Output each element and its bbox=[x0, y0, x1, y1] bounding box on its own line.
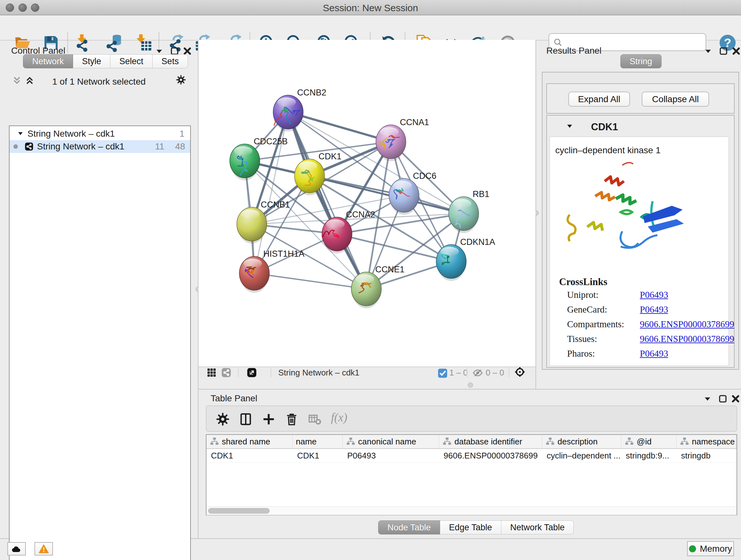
warning-status-button[interactable] bbox=[35, 542, 53, 556]
column-header-database-identifier[interactable]: database identifier bbox=[439, 435, 542, 448]
network-node-CDKN1A[interactable]: CDKN1A bbox=[436, 237, 495, 281]
table-gear-icon[interactable] bbox=[215, 412, 230, 427]
network-canvas[interactable]: CCNB2CCNA1CDC25BCDK1CDC6RB1CCNB1CCNA2CDK… bbox=[199, 40, 536, 367]
table-cell[interactable]: 9606.ENSP00000378699 bbox=[439, 449, 542, 462]
grid-view-icon[interactable] bbox=[206, 367, 217, 378]
crosslink-label: Tissues: bbox=[567, 334, 597, 344]
edge-count: 48 bbox=[175, 141, 185, 152]
protein-structure-image bbox=[557, 150, 684, 260]
crosslink-genecard[interactable]: P06493 bbox=[640, 304, 668, 315]
table-row[interactable]: CDK1CDK1P064939606.ENSP00000378699cyclin… bbox=[206, 449, 737, 462]
network-node-CCNB2[interactable]: CCNB2 bbox=[273, 88, 327, 132]
column-header-description[interactable]: description bbox=[542, 435, 621, 448]
section-node-name: CDK1 bbox=[591, 121, 618, 133]
network-row-selected[interactable]: String Network – cdk1 11 48 bbox=[10, 140, 190, 153]
selected-counts: 1 – 0 bbox=[449, 368, 468, 378]
hscrollbar-thumb[interactable] bbox=[208, 508, 270, 514]
tree-expand-icon[interactable] bbox=[17, 130, 24, 138]
table-toolbar: f(x) bbox=[206, 406, 737, 432]
network-tree: String Network – cdk1 1 String Network –… bbox=[9, 125, 191, 560]
network-node-RB1[interactable]: RB1 bbox=[449, 189, 489, 233]
selected-checkbox-icon[interactable] bbox=[437, 368, 446, 377]
maximize-panel-icon[interactable] bbox=[718, 393, 728, 404]
crosslink-row: Compartments:9606.ENSP00000378699 bbox=[567, 319, 624, 329]
crosslink-row: Tissues:9606.ENSP00000378699 bbox=[567, 334, 597, 344]
tab-edge-table[interactable]: Edge Table bbox=[440, 520, 501, 535]
string-app-icon bbox=[24, 142, 34, 151]
table-panel-title: Table Panel bbox=[211, 393, 257, 403]
network-edge bbox=[310, 176, 464, 213]
function-builder-icon: f(x) bbox=[331, 411, 347, 424]
network-edge bbox=[254, 273, 366, 289]
float-panel-icon[interactable] bbox=[703, 46, 714, 57]
column-header-canonical-name[interactable]: canonical name bbox=[343, 435, 439, 448]
network-graph[interactable]: CCNB2CCNA1CDC25BCDK1CDC6RB1CCNB1CCNA2CDK… bbox=[199, 40, 536, 367]
table-cell[interactable]: P06493 bbox=[343, 449, 439, 462]
toolbar-separator bbox=[271, 368, 271, 377]
toolbar-separator bbox=[509, 368, 509, 377]
collapse-all-button[interactable]: Collapse All bbox=[642, 91, 709, 107]
network-node-CDC6[interactable]: CDC6 bbox=[389, 171, 436, 215]
network-node-CCNE1[interactable]: CCNE1 bbox=[351, 265, 405, 308]
network-node-CCNA1[interactable]: CCNA1 bbox=[376, 118, 429, 161]
gear-icon[interactable] bbox=[176, 74, 186, 85]
close-panel-icon[interactable] bbox=[731, 46, 741, 57]
section-collapse-icon[interactable] bbox=[565, 122, 574, 131]
tab-sets[interactable]: Sets bbox=[152, 54, 188, 68]
tab-network[interactable]: Network bbox=[23, 54, 73, 68]
column-header-id[interactable]: @id bbox=[621, 435, 677, 448]
crosslink-label: Pharos: bbox=[567, 348, 595, 359]
cloud-status-button[interactable] bbox=[7, 542, 26, 556]
crosslink-label: Uniprot: bbox=[567, 290, 598, 300]
table-cell[interactable]: CDK1 bbox=[206, 449, 293, 462]
show-columns-icon[interactable] bbox=[239, 412, 253, 427]
expand-all-button[interactable]: Expand All bbox=[568, 91, 630, 107]
main-toolbar: ? bbox=[0, 15, 741, 41]
expand-all-tree-icon[interactable] bbox=[11, 75, 22, 86]
tab-select[interactable]: Select bbox=[111, 54, 152, 68]
delete-table-icon[interactable] bbox=[307, 412, 322, 427]
collapse-all-tree-icon[interactable] bbox=[24, 75, 35, 86]
add-column-icon[interactable] bbox=[261, 412, 276, 427]
crosslink-tissues[interactable]: 9606.ENSP00000378699 bbox=[640, 334, 734, 344]
toolbar-separator bbox=[238, 368, 239, 377]
column-header-namespace[interactable]: namespace bbox=[677, 435, 736, 448]
tab-style[interactable]: Style bbox=[73, 54, 111, 68]
tab-string[interactable]: String bbox=[620, 54, 662, 68]
title-bar: Session: New Session bbox=[0, 0, 741, 15]
delete-column-icon[interactable] bbox=[284, 412, 299, 427]
table-cell[interactable]: cyclin–dependent ... bbox=[542, 449, 621, 462]
network-collection-row[interactable]: String Network – cdk1 1 bbox=[10, 127, 190, 140]
column-header-shared-name[interactable]: shared name bbox=[206, 435, 293, 448]
birds-eye-toggle-icon[interactable] bbox=[515, 367, 527, 379]
node-label: CDC25B bbox=[254, 137, 288, 146]
crosslink-uniprot[interactable]: P06493 bbox=[640, 290, 668, 300]
tab-network-table[interactable]: Network Table bbox=[501, 520, 574, 535]
network-node-CCNB1[interactable]: CCNB1 bbox=[237, 200, 290, 244]
cloud-icon bbox=[11, 545, 22, 553]
network-selector-summary: 1 of 1 Network selected bbox=[35, 77, 163, 87]
maximize-panel-icon[interactable] bbox=[718, 46, 729, 57]
table-hscrollbar[interactable] bbox=[206, 506, 737, 515]
table-cell[interactable]: CDK1 bbox=[293, 449, 343, 462]
node-label: CDK1 bbox=[319, 152, 341, 161]
table-cell[interactable]: stringdb:9... bbox=[621, 449, 677, 462]
splitter-handle[interactable] bbox=[468, 382, 473, 388]
network-node-CDC25B[interactable]: CDC25B bbox=[230, 137, 288, 180]
tab-node-table[interactable]: Node Table bbox=[378, 520, 440, 535]
float-panel-icon[interactable] bbox=[702, 393, 713, 404]
network-edge bbox=[288, 112, 391, 142]
network-node-CDK1[interactable]: CDK1 bbox=[294, 152, 341, 195]
crosslink-compartments[interactable]: 9606.ENSP00000378699 bbox=[640, 319, 734, 329]
close-panel-icon[interactable] bbox=[730, 393, 741, 404]
network-overview-icon[interactable] bbox=[221, 367, 232, 378]
table-cell[interactable]: stringdb bbox=[677, 449, 736, 462]
network-label: String Network – cdk1 bbox=[37, 141, 125, 152]
network-node-HIST1H1A[interactable]: HIST1H1A bbox=[239, 249, 305, 293]
detach-view-icon[interactable] bbox=[246, 367, 257, 378]
memory-button[interactable]: Memory bbox=[687, 541, 734, 556]
node-label: CDKN1A bbox=[460, 237, 495, 247]
crosslink-pharos[interactable]: P06493 bbox=[640, 348, 668, 359]
cytoscape-window: Session: New Session bbox=[0, 0, 741, 560]
column-header-name[interactable]: name bbox=[293, 435, 343, 448]
